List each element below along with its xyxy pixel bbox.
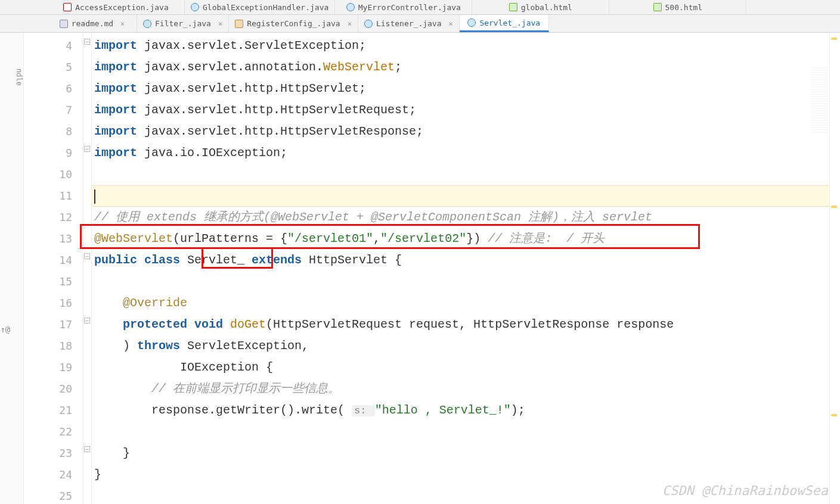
close-icon[interactable]: ×: [218, 20, 222, 28]
line-number[interactable]: 18: [24, 335, 72, 357]
tab-label: Servlet_.java: [479, 18, 540, 27]
tab-label: readme.md: [72, 19, 113, 28]
line-number[interactable]: 25: [24, 486, 72, 504]
token-str: "/servlet01": [287, 232, 373, 245]
tab-label: MyErrorController.java: [358, 3, 461, 12]
code-line[interactable]: [92, 271, 829, 293]
tab-readme-md[interactable]: readme.md×: [48, 15, 137, 32]
line-number[interactable]: 17◎↑@: [24, 314, 72, 335]
code-line[interactable]: [92, 421, 829, 443]
tab-accessexception-java[interactable]: AccessException.java: [48, 0, 185, 14]
fold-toggle-icon[interactable]: –: [84, 253, 90, 259]
rail-warning-marker[interactable]: [831, 414, 837, 416]
tab-registerconfig--java[interactable]: RegisterConfig_.java×: [229, 15, 358, 32]
code-area[interactable]: import javax.servlet.ServletException;im…: [92, 33, 829, 504]
close-icon[interactable]: ×: [348, 20, 352, 28]
close-icon[interactable]: ×: [449, 20, 453, 28]
code-line[interactable]: [92, 185, 829, 207]
token-ident: response.getWriter().write(: [151, 403, 352, 417]
line-number[interactable]: 10: [24, 164, 72, 185]
line-number[interactable]: 7: [24, 99, 72, 121]
token-ident: IOException {: [180, 360, 273, 374]
line-number[interactable]: 6: [24, 78, 72, 99]
gutter-override-icon[interactable]: ◎↑@: [0, 319, 10, 340]
line-number[interactable]: 24: [24, 464, 72, 486]
code-line[interactable]: import javax.servlet.http.HttpServlet;: [92, 78, 829, 99]
xml-icon: [235, 20, 243, 28]
tab-filter--java[interactable]: Filter_.java×: [137, 15, 229, 32]
class-icon: [143, 20, 151, 28]
code-line[interactable]: import javax.servlet.http.HttpServletReq…: [92, 99, 829, 121]
line-number[interactable]: 12: [24, 207, 72, 228]
line-number[interactable]: 13: [24, 228, 72, 250]
fold-toggle-icon[interactable]: –: [84, 446, 90, 452]
fold-toggle-icon[interactable]: –: [84, 146, 90, 152]
code-line[interactable]: }: [92, 464, 829, 486]
token-kw: import: [94, 60, 144, 74]
line-number[interactable]: 21: [24, 400, 72, 421]
token-kw: public class: [94, 253, 187, 267]
token-ident: ;: [395, 60, 402, 74]
close-icon[interactable]: ×: [120, 20, 125, 28]
code-line[interactable]: protected void doGet(HttpServletRequest …: [92, 314, 829, 335]
tab-label: GlobalExceptionHandler.java: [203, 3, 328, 12]
code-line[interactable]: }: [92, 443, 829, 464]
code-line[interactable]: ) throws ServletException,: [92, 335, 829, 357]
token-orange: WebServlet: [323, 60, 395, 74]
tab-listener--java[interactable]: Listener_.java×: [358, 15, 460, 32]
rail-warning-marker[interactable]: [831, 206, 837, 208]
code-line[interactable]: public class Servlet_ extends HttpServle…: [92, 250, 829, 271]
class-icon: [364, 20, 373, 28]
token-str: "/servlet02": [380, 232, 466, 245]
code-line[interactable]: @Override: [92, 293, 829, 314]
code-line[interactable]: response.getWriter().write( s: "hello , …: [92, 400, 829, 421]
line-number[interactable]: 8: [24, 121, 72, 142]
line-number[interactable]: 20: [24, 378, 72, 400]
tab-label: Filter_.java: [155, 19, 211, 28]
fold-bar[interactable]: –––––: [83, 33, 92, 504]
text-caret: [94, 189, 95, 204]
code-line[interactable]: import javax.servlet.ServletException;: [92, 35, 829, 57]
token-cmt: // 使用 extends 继承的方式(@WebServlet + @Servl…: [94, 210, 652, 224]
code-line[interactable]: IOException {: [92, 357, 829, 378]
left-strip-label: ndle: [15, 69, 23, 86]
line-number[interactable]: 16: [24, 293, 72, 314]
token-ident: javax.servlet.http.HttpServletRequest;: [144, 103, 416, 117]
line-number[interactable]: 23: [24, 443, 72, 464]
tab-servlet--java[interactable]: Servlet_.java: [460, 15, 549, 32]
fold-toggle-icon[interactable]: –: [84, 39, 90, 45]
line-number[interactable]: 5: [24, 57, 72, 78]
class-icon: [467, 18, 476, 27]
line-number[interactable]: 11: [24, 185, 72, 207]
minimap[interactable]: [810, 67, 828, 133]
tab-500-html[interactable]: 500.html: [609, 0, 746, 14]
marker-rail[interactable]: [829, 33, 840, 504]
token-kw: import: [94, 146, 144, 160]
code-line[interactable]: import javax.servlet.annotation.WebServl…: [92, 57, 829, 78]
left-tool-strip: ndle: [0, 33, 24, 504]
tab-globalexceptionhandler-java[interactable]: GlobalExceptionHandler.java: [185, 0, 335, 14]
code-line[interactable]: // 在前端显示打印显示一些信息。: [92, 378, 829, 400]
tab-myerrorcontroller-java[interactable]: MyErrorController.java: [335, 0, 472, 14]
token-ident: Servlet_: [187, 253, 252, 267]
tab-global-html[interactable]: global.html: [472, 0, 609, 14]
rail-warning-marker[interactable]: [831, 38, 837, 40]
code-line[interactable]: import javax.servlet.http.HttpServletRes…: [92, 121, 829, 142]
tab-label: global.html: [521, 3, 572, 12]
line-number[interactable]: 22: [24, 421, 72, 443]
line-number[interactable]: 14: [24, 250, 72, 271]
fold-toggle-icon[interactable]: –: [84, 318, 90, 323]
code-line[interactable]: [92, 164, 829, 185]
token-ann: @Override: [123, 296, 187, 310]
token-kw: import: [94, 82, 144, 95]
code-line[interactable]: @WebServlet(urlPatterns = {"/servlet01",…: [92, 228, 829, 250]
line-number-gutter[interactable]: 4567891011121314151617◎↑@181920212223242…: [24, 33, 83, 504]
code-line[interactable]: // 使用 extends 继承的方式(@WebServlet + @Servl…: [92, 207, 829, 228]
line-number[interactable]: 19: [24, 357, 72, 378]
tab-label: RegisterConfig_.java: [247, 19, 340, 28]
token-cmt: // 注意是: / 开头: [488, 232, 605, 245]
line-number[interactable]: 4: [24, 35, 72, 57]
line-number[interactable]: 15: [24, 271, 72, 293]
code-line[interactable]: import java.io.IOException;: [92, 142, 829, 164]
line-number[interactable]: 9: [24, 142, 72, 164]
